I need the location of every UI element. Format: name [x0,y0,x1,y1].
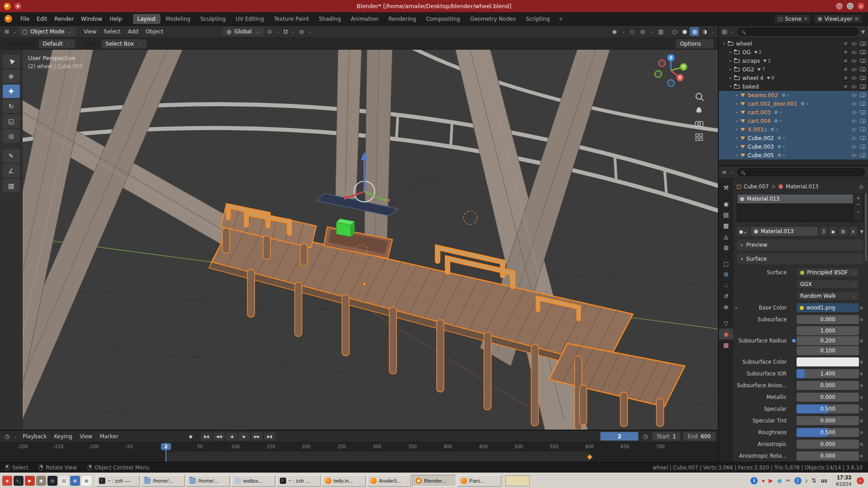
launcher-editor-icon[interactable]: ▣ [81,476,91,486]
workspace-tab-texture-paint[interactable]: Texture Paint [269,14,313,24]
menu-help[interactable]: Help [106,14,125,23]
taskbar-task-twily-in[interactable]: twily.in... [322,475,366,487]
exclude-checkbox[interactable]: ✓ [843,41,848,46]
outliner-item-x-003[interactable]: ▸X.0032⚙▿ [719,125,868,134]
prop-random-walk[interactable]: Random Walk⌄ [797,291,859,300]
properties-tab-constraints[interactable]: ⊛ [719,301,733,312]
frame-start-field[interactable]: Start1 [652,432,680,441]
outliner-item-og2[interactable]: ▸OG27✓ [719,65,868,74]
jump-end-button[interactable]: ▶▮ [264,432,275,441]
window-minimize-button[interactable]: — [836,3,843,9]
hide-eye-icon[interactable] [851,51,857,54]
taskbar-task-blender[interactable]: Blender... [412,475,456,487]
users-count-button[interactable]: 3 [820,227,827,236]
hide-eye-icon[interactable] [851,85,857,88]
render-camera-icon[interactable] [860,110,866,114]
panel-surface[interactable]: ▾Surface [737,253,863,264]
timeline-menu-view[interactable]: View [76,432,96,441]
decorator-dot-icon[interactable] [860,419,863,422]
decorator-dot-icon[interactable] [860,431,863,434]
hide-eye-icon[interactable] [851,128,857,131]
taskbar-pager[interactable] [505,475,530,486]
playhead-frame-label[interactable]: 2 [161,443,171,450]
show-overlays-icon[interactable]: ◎ [638,28,646,36]
keyboard-layout-indicator[interactable]: us [821,478,827,484]
workspace-tab-compositing[interactable]: Compositing [421,14,464,24]
prop-subsurface-aniso[interactable]: 0.000 [797,381,859,390]
unlink-button[interactable]: × [849,227,857,236]
menu-render[interactable]: Render [51,14,77,23]
list-resize-grip[interactable]: :::: [737,222,863,226]
tray-bluetooth-icon[interactable]: ᛒ [794,477,802,484]
exclude-checkbox[interactable]: ✓ [843,50,848,55]
timeline-ruler-area[interactable]: -200-150-100-505010015020025030035040045… [0,442,718,463]
fake-user-button[interactable]: ◆ [829,227,837,236]
power-icon[interactable]: ○ [857,477,864,484]
launcher-gimp-icon[interactable]: ◉ [36,476,46,486]
workspace-tab-layout[interactable]: Layout [133,14,160,24]
workspace-tab-rendering[interactable]: Rendering [384,14,420,24]
launcher-files-icon[interactable]: ▤ [59,476,69,486]
outliner-item-cart-002-door-001[interactable]: ▸cart.002_door.001⚙▿ [719,99,868,108]
outliner-item-baked[interactable]: ▾baked✓ [719,82,868,91]
properties-scrollbar[interactable] [865,193,867,261]
tray-info-icon[interactable]: ℹ [750,477,758,484]
properties-editor-icon[interactable]: ≡ [722,169,726,175]
tray-screenshot-icon[interactable]: ✂ [786,478,791,483]
options-dropdown[interactable]: Options⌄ [676,39,713,48]
breadcrumb-object[interactable]: Cube.007 [744,183,769,190]
prop-base-color[interactable]: wood1.png [797,303,859,312]
prop-subsurface-color[interactable] [797,357,859,366]
slot-remove-button[interactable]: − [856,202,860,207]
keying-clock-icon[interactable]: ◷ [641,432,649,441]
timeline-menu-marker[interactable]: Marker [96,432,122,441]
slot-add-button[interactable]: + [856,196,860,201]
properties-tab-view-layer[interactable]: ▦ [719,220,733,231]
current-frame-field[interactable]: 2 [600,432,638,441]
workspace-tab-shading[interactable]: Shading [314,14,345,24]
material-slot-active[interactable]: Material.013 [737,194,853,203]
prop-anisotropic[interactable]: 0.000 [797,440,859,449]
hide-eye-icon[interactable] [851,68,857,71]
prop-subsurface-ior[interactable]: 1.400 [797,369,859,378]
hide-eye-icon[interactable] [851,119,857,122]
material-name-field[interactable]: Material.013 [751,227,818,236]
keyframe-track[interactable] [0,451,718,463]
viewport-menu-view[interactable]: View [80,27,100,36]
tool-scale[interactable]: ◱ [3,114,20,128]
render-camera-icon[interactable] [860,119,866,123]
menu-edit[interactable]: Edit [33,14,51,23]
prop-subsurface-radius[interactable]: 1.0000.2000.100 [797,326,859,355]
scene-unlink-icon[interactable]: × [804,16,807,21]
decorator-dot-icon[interactable] [860,443,863,446]
render-camera-icon[interactable] [860,50,866,54]
window-close-button[interactable]: × [858,3,864,9]
view-layer-selector[interactable]: ▣ ViewLayer ⊞ [814,15,862,23]
pin-icon[interactable]: ◎ [859,184,863,190]
prop-specular-tint[interactable]: 0.000 [797,416,859,425]
properties-tab-object[interactable]: ▢ [719,258,733,269]
prop-roughness[interactable]: 0.500 [797,428,859,437]
prev-keyframe-button[interactable]: ◀◀ [213,432,225,441]
green-cube[interactable] [336,219,354,237]
snap-magnet-icon[interactable]: Ω [282,28,289,36]
decorator-dot-icon[interactable] [860,455,863,458]
hide-eye-icon[interactable] [851,102,857,105]
play-button[interactable]: ▶ [239,432,250,441]
taskbar-clock[interactable]: 17:33 4/13/24 [835,474,851,486]
properties-tab-output[interactable]: ▤ [719,209,733,220]
tool-add-cube[interactable]: ▧ [3,179,20,192]
add-workspace-button[interactable]: + [555,14,566,24]
tool-transform[interactable]: ◎ [3,129,20,143]
taskbar-task-zsh[interactable]: ~ : zsh ... [277,475,321,487]
properties-tab-data[interactable]: ▽ [719,318,733,328]
timeline-editor-icon[interactable]: ◷ [3,432,11,441]
prop-anisotropic-rota[interactable]: 0.000 [797,451,859,460]
scene-selector[interactable]: ◳ Scene × [775,15,811,23]
outliner-item-cube-002[interactable]: ▸Cube.002⚙▿ [719,134,868,142]
properties-tab-texture[interactable]: ▩ [719,339,733,350]
prop-specular[interactable]: 0.500 [797,404,859,413]
render-camera-icon[interactable] [860,84,866,89]
outliner-item-og[interactable]: ▸OG2✓ [719,48,868,56]
render-camera-icon[interactable] [860,42,866,46]
